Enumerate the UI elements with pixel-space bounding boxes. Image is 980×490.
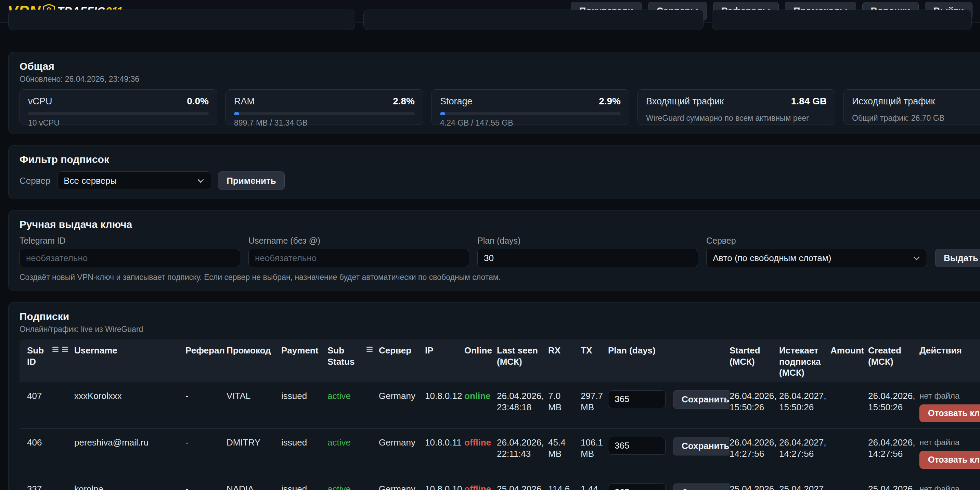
partial-card <box>712 10 972 30</box>
col-header-expires: Истекает подписка (МСК) <box>779 339 830 382</box>
col-header-label: Сервер <box>379 345 411 356</box>
section-general-title: Общая <box>19 60 980 72</box>
cell-expires: 26.04.2027, 14:27:56 <box>779 429 830 475</box>
sort-icon[interactable] <box>366 345 373 353</box>
sort-icon[interactable] <box>61 345 69 353</box>
stat-card: RAM 2.8% 899.7 MB / 31.34 GB <box>226 89 423 125</box>
cell-online-status: offline <box>465 475 497 490</box>
cell-actions: нет файла Отозвать ключ <box>920 429 980 475</box>
col-header-username: Username <box>74 339 185 382</box>
cell-tx: 297.7 MB <box>581 382 608 428</box>
stat-subtext: 10 vCPU <box>28 118 209 127</box>
col-header-rx: RX <box>548 339 581 382</box>
stat-value: 0.0% <box>187 96 209 107</box>
save-plan-button[interactable]: Сохранить <box>673 484 730 490</box>
username-label: Username (без @) <box>248 236 469 246</box>
col-header-sub-id: Sub ID <box>19 339 74 382</box>
col-header-label: Действия <box>920 345 962 356</box>
col-header-referral: Реферал <box>185 339 226 382</box>
plan-days-input[interactable] <box>477 249 698 267</box>
col-header-amount: Amount <box>830 339 868 382</box>
col-header-label: Amount <box>830 345 864 356</box>
telegram-id-input[interactable] <box>19 249 240 267</box>
plan-days-label: Plan (days) <box>477 236 698 246</box>
col-header-label: Last seen (МСК) <box>497 345 543 367</box>
col-header-label: Username <box>74 345 118 356</box>
save-plan-button[interactable]: Сохранить <box>673 390 730 409</box>
col-header-label: Промокод <box>226 345 271 356</box>
cell-server: Germany <box>379 475 425 490</box>
cell-rx: 114.6 MB <box>548 475 581 490</box>
username-input[interactable] <box>248 249 469 267</box>
cell-started: 26.04.2026, 15:50:26 <box>730 382 779 428</box>
cell-username: pereshiva@mail.ru <box>74 429 185 475</box>
stats-row: vCPU 0.0% 10 vCPU RAM 2.8% 899.7 MB / 31… <box>19 89 980 125</box>
section-filter: Фильтр подписок Сервер Все серверы Приме… <box>8 145 980 199</box>
cell-username: korolna <box>74 475 185 490</box>
file-status-label: нет файла <box>920 437 980 447</box>
stat-label: Storage <box>440 96 473 107</box>
cell-last-seen: 26.04.2026, 22:11:43 <box>497 429 548 475</box>
cell-payment: issued <box>281 475 328 490</box>
progress-bar <box>28 112 209 115</box>
sort-icon[interactable] <box>52 345 59 353</box>
cell-started: 26.04.2026, 14:27:56 <box>730 429 779 475</box>
section-manual-key: Ручная выдача ключа Telegram ID Username… <box>8 210 980 291</box>
cell-sub-status: active <box>328 429 379 475</box>
col-header-promo: Промокод <box>226 339 281 382</box>
section-manual-key-title: Ручная выдача ключа <box>19 219 980 230</box>
cell-plan-days: Сохранить <box>608 382 730 428</box>
server-filter-select[interactable]: Все серверы <box>57 172 211 190</box>
cell-promo: VITAL <box>226 382 281 428</box>
stat-label: vCPU <box>28 96 52 107</box>
cell-referral: - <box>185 475 226 490</box>
subscriptions-subtitle: Онлайн/трафик: live из WireGuard <box>19 325 980 334</box>
col-header-label: Online <box>465 345 492 356</box>
stat-value: 2.9% <box>599 96 621 107</box>
apply-filter-button[interactable]: Применить <box>218 172 285 190</box>
section-subscriptions-title: Подписки <box>19 311 980 322</box>
table-header-row: Sub ID Username Реферал Промокод Payment… <box>19 339 980 382</box>
cell-referral: - <box>185 429 226 475</box>
cell-server: Germany <box>379 429 425 475</box>
cell-actions: нет файла Отозвать ключ <box>920 382 980 428</box>
col-header-label: Payment <box>281 345 318 356</box>
col-header-server: Сервер <box>379 339 425 382</box>
save-plan-button[interactable]: Сохранить <box>673 437 730 455</box>
col-header-label: Sub Status <box>328 345 363 367</box>
cell-amount <box>830 429 868 475</box>
cell-referral: - <box>185 382 226 428</box>
cell-amount <box>830 382 868 428</box>
table-row: 337 korolna - NADIA issued active German… <box>19 475 980 490</box>
cell-created: 25.04.2026, 21:18:13 <box>868 475 920 490</box>
server-select[interactable]: Авто (по свободным слотам) <box>706 249 927 267</box>
cell-server: Germany <box>379 382 425 428</box>
cell-sub-id: 406 <box>19 429 74 475</box>
progress-fill <box>440 112 445 115</box>
partial-card <box>363 10 703 30</box>
cell-sub-status: active <box>328 475 379 490</box>
cell-rx: 7.0 MB <box>548 382 581 428</box>
stat-subtext: WireGuard суммарно по всем активным peer <box>646 114 827 123</box>
col-header-label: Started (МСК) <box>730 345 774 367</box>
stat-label: Исходящий трафик <box>852 96 935 107</box>
cell-promo: NADIA <box>226 475 281 490</box>
plan-days-row-input[interactable] <box>608 437 665 455</box>
plan-days-row-input[interactable] <box>608 484 665 490</box>
col-header-sub-status: Sub Status <box>328 339 379 382</box>
partial-card <box>8 10 355 30</box>
cell-ip: 10.8.0.10 <box>425 475 465 490</box>
col-header-online: Online <box>465 339 497 382</box>
cell-plan-days: Сохранить <box>608 429 730 475</box>
cell-payment: issued <box>281 429 328 475</box>
col-header-started: Started (МСК) <box>730 339 779 382</box>
stat-subtext: 899.7 MB / 31.34 GB <box>234 118 415 127</box>
cell-plan-days: Сохранить <box>608 475 730 490</box>
plan-days-row-input[interactable] <box>608 390 665 408</box>
revoke-key-button[interactable]: Отозвать ключ <box>920 451 980 469</box>
issue-key-button[interactable]: Выдать ключ <box>935 249 980 267</box>
col-header-label: Plan (days) <box>608 345 655 356</box>
revoke-key-button[interactable]: Отозвать ключ <box>920 404 980 422</box>
col-header-label: TX <box>581 345 592 356</box>
stat-subtext: Общий трафик: 26.70 GB <box>852 114 980 123</box>
